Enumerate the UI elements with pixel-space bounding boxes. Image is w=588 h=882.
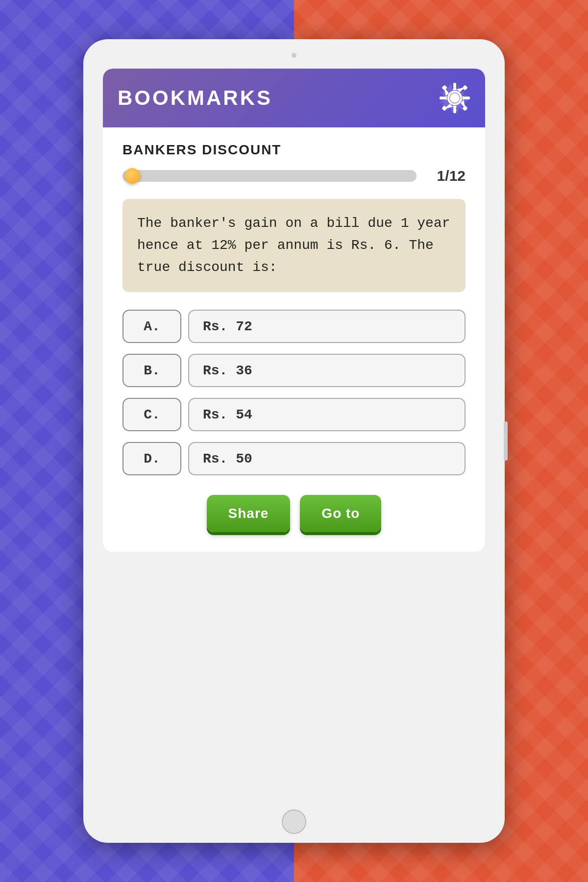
- progress-label: 1/12: [426, 168, 466, 184]
- progress-thumb[interactable]: [124, 168, 140, 184]
- tablet-camera: [292, 53, 296, 58]
- svg-rect-5: [453, 108, 456, 113]
- svg-rect-7: [465, 97, 470, 99]
- share-button[interactable]: Share: [207, 495, 291, 532]
- progress-track: [122, 170, 416, 182]
- card-header: BOOKMARKS: [103, 69, 485, 127]
- question-text: The banker's gain on a bill due 1 year h…: [137, 213, 451, 278]
- card-content: BANKERS DISCOUNT 1/12 The banker's gain …: [103, 127, 485, 552]
- option-row-b: B. Rs. 36: [122, 354, 466, 387]
- tablet-scroll-bar[interactable]: [504, 421, 508, 461]
- option-value-c[interactable]: Rs. 54: [188, 398, 466, 431]
- tablet-device: BOOKMARKS: [83, 39, 505, 843]
- svg-rect-6: [440, 97, 444, 99]
- option-value-d[interactable]: Rs. 50: [188, 442, 466, 475]
- goto-button[interactable]: Go to: [300, 495, 381, 532]
- option-row-d: D. Rs. 50: [122, 442, 466, 475]
- tablet-home-button[interactable]: [282, 809, 306, 834]
- page-title: BOOKMARKS: [118, 86, 272, 110]
- option-value-a[interactable]: Rs. 72: [188, 310, 466, 343]
- option-letter-d[interactable]: D.: [122, 442, 181, 475]
- option-row-a: A. Rs. 72: [122, 310, 466, 343]
- option-letter-c[interactable]: C.: [122, 398, 181, 431]
- action-buttons: Share Go to: [122, 495, 466, 532]
- gear-icon[interactable]: [439, 82, 470, 114]
- quiz-card: BOOKMARKS: [103, 69, 485, 552]
- options-list: A. Rs. 72 B. Rs. 36 C. Rs. 54 D. Rs. 50: [122, 310, 466, 475]
- option-value-b[interactable]: Rs. 36: [188, 354, 466, 387]
- svg-rect-4: [453, 83, 456, 88]
- option-letter-b[interactable]: B.: [122, 354, 181, 387]
- section-title: BANKERS DISCOUNT: [122, 142, 466, 158]
- question-box: The banker's gain on a bill due 1 year h…: [122, 199, 466, 292]
- svg-rect-9: [462, 85, 467, 90]
- option-letter-a[interactable]: A.: [122, 310, 181, 343]
- option-row-c: C. Rs. 54: [122, 398, 466, 431]
- svg-point-3: [451, 95, 458, 101]
- progress-row: 1/12: [122, 168, 466, 184]
